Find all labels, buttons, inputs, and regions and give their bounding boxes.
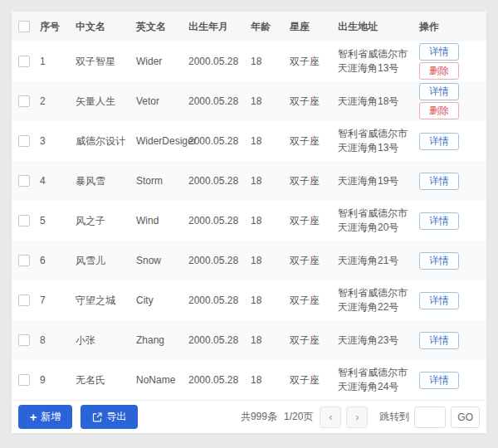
cell-en-name: Wider	[136, 41, 188, 81]
header-sign: 星座	[290, 12, 338, 41]
cell-cn-name: 矢量人生	[76, 81, 136, 121]
delete-button[interactable]: 删除	[419, 62, 459, 80]
address-line: 智利省威德尔市	[338, 47, 419, 61]
detail-button[interactable]: 详情	[419, 173, 459, 190]
detail-button[interactable]: 详情	[419, 292, 459, 309]
cell-index: 4	[40, 161, 76, 201]
address-line: 智利省威德尔市	[338, 127, 419, 141]
cell-cn-name: 小张	[76, 320, 136, 360]
cell-en-name: WiderDesiger	[136, 121, 188, 161]
row-checkbox-cell	[12, 201, 40, 241]
cell-en-name: Storm	[136, 161, 188, 201]
detail-button[interactable]: 详情	[419, 212, 459, 230]
cell-sign: 双子座	[290, 161, 338, 201]
header-en-name: 英文名	[136, 12, 188, 41]
cell-birth: 2000.05.28	[188, 161, 251, 201]
header-checkbox-cell	[12, 12, 40, 41]
add-button-label: 新增	[41, 410, 61, 424]
delete-button[interactable]: 删除	[419, 102, 459, 119]
table-row: 5 风之子 Wind 2000.05.28 18 双子座 智利省威德尔市 天涯海…	[12, 201, 486, 241]
cell-address: 智利省威德尔市 天涯海角24号	[338, 360, 419, 400]
export-icon	[92, 412, 102, 422]
cell-cn-name: 无名氏	[76, 360, 136, 400]
cell-index: 1	[40, 41, 76, 81]
cell-age: 18	[251, 121, 290, 161]
cell-actions: 详情	[419, 280, 486, 320]
table-row: 8 小张 Zhang 2000.05.28 18 双子座 天涯海角23号 详情	[12, 320, 486, 360]
address-line: 天涯海角23号	[338, 334, 419, 348]
cell-sign: 双子座	[290, 121, 338, 161]
cell-index: 3	[40, 121, 76, 161]
detail-button[interactable]: 详情	[419, 252, 459, 270]
detail-button[interactable]: 详情	[419, 43, 459, 61]
row-checkbox-cell	[12, 320, 40, 360]
cell-cn-name: 威德尔设计	[76, 121, 136, 161]
row-checkbox[interactable]	[18, 255, 30, 266]
export-button[interactable]: 导出	[81, 405, 138, 429]
cell-age: 18	[251, 41, 290, 81]
row-checkbox[interactable]	[18, 334, 30, 346]
address-line: 智利省威德尔市	[338, 286, 419, 300]
cell-index: 5	[40, 201, 76, 241]
cell-sign: 双子座	[290, 81, 338, 121]
cell-address: 智利省威德尔市 天涯海角22号	[338, 280, 419, 320]
row-checkbox[interactable]	[18, 56, 30, 67]
cell-address: 智利省威德尔市 天涯海角13号	[338, 41, 419, 81]
add-button[interactable]: + 新增	[18, 405, 72, 429]
cell-birth: 2000.05.28	[188, 121, 251, 161]
prev-page-button[interactable]: ‹	[320, 407, 341, 428]
table-row: 9 无名氏 NoName 2000.05.28 18 双子座 智利省威德尔市 天…	[12, 360, 486, 400]
go-button[interactable]: GO	[451, 407, 480, 428]
data-table: 序号 中文名 英文名 出生年月 年龄 星座 出生地址 操作 1 双子智星 Wid…	[12, 12, 486, 400]
address-line: 天涯海角13号	[338, 141, 419, 155]
address-line: 智利省威德尔市	[338, 366, 419, 380]
cell-sign: 双子座	[290, 280, 338, 320]
cell-birth: 2000.05.28	[188, 360, 251, 400]
row-checkbox[interactable]	[18, 215, 30, 226]
address-line: 天涯海角20号	[338, 221, 419, 235]
header-birth: 出生年月	[188, 12, 251, 41]
cell-age: 18	[251, 360, 290, 400]
select-all-checkbox[interactable]	[18, 21, 30, 32]
cell-address: 天涯海角18号	[338, 81, 419, 121]
header-address: 出生地址	[338, 12, 419, 41]
table-row: 3 威德尔设计 WiderDesiger 2000.05.28 18 双子座 智…	[12, 121, 486, 161]
detail-button[interactable]: 详情	[419, 372, 459, 389]
row-checkbox[interactable]	[18, 374, 30, 386]
cell-age: 18	[251, 161, 290, 201]
cell-actions: 详情	[419, 161, 486, 201]
cell-address: 天涯海角23号	[338, 320, 419, 360]
cell-sign: 双子座	[290, 241, 338, 280]
cell-cn-name: 风之子	[76, 201, 136, 241]
address-line: 天涯海角18号	[338, 95, 419, 109]
jump-page-input[interactable]	[414, 407, 446, 428]
address-line: 天涯海角19号	[338, 174, 419, 188]
row-checkbox[interactable]	[18, 175, 30, 187]
next-page-button[interactable]: ›	[346, 407, 368, 428]
row-checkbox[interactable]	[18, 135, 30, 147]
header-cn-name: 中文名	[76, 12, 136, 41]
cell-age: 18	[251, 241, 290, 280]
row-checkbox-cell	[12, 241, 40, 280]
table-footer: + 新增 导出 共999条 1/20页 ‹ › 跳转到 GO	[12, 400, 486, 433]
header-actions: 操作	[419, 12, 486, 41]
cell-actions: 详情	[419, 121, 486, 161]
cell-actions: 详情	[419, 241, 486, 280]
table-row: 1 双子智星 Wider 2000.05.28 18 双子座 智利省威德尔市 天…	[12, 41, 486, 81]
cell-age: 18	[251, 280, 290, 320]
detail-button[interactable]: 详情	[419, 83, 459, 100]
detail-button[interactable]: 详情	[419, 133, 459, 150]
cell-actions: 详情删除	[419, 81, 486, 121]
cell-en-name: Wind	[136, 201, 188, 241]
row-checkbox[interactable]	[18, 295, 30, 306]
row-checkbox[interactable]	[18, 95, 30, 107]
cell-en-name: City	[136, 280, 188, 320]
row-checkbox-cell	[12, 121, 40, 161]
detail-button[interactable]: 详情	[419, 332, 459, 349]
row-checkbox-cell	[12, 81, 40, 121]
cell-en-name: NoName	[136, 360, 188, 400]
data-table-card: 序号 中文名 英文名 出生年月 年龄 星座 出生地址 操作 1 双子智星 Wid…	[12, 12, 486, 433]
table-header: 序号 中文名 英文名 出生年月 年龄 星座 出生地址 操作	[12, 12, 486, 41]
cell-actions: 详情	[419, 201, 486, 241]
table-row: 2 矢量人生 Vetor 2000.05.28 18 双子座 天涯海角18号 详…	[12, 81, 486, 121]
